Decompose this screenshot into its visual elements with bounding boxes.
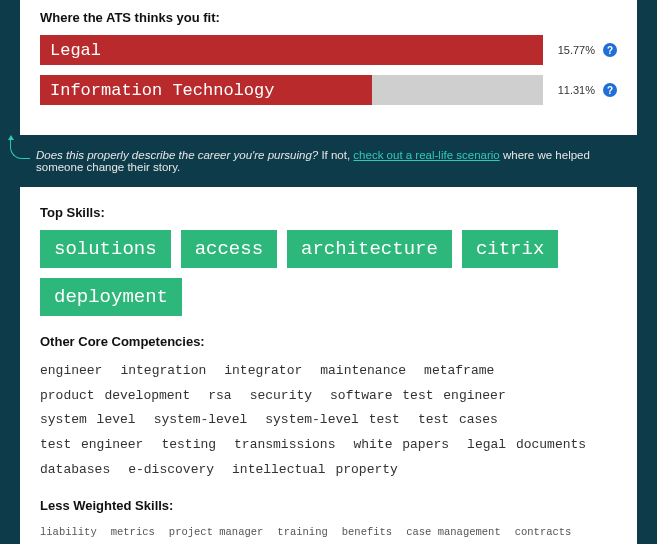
skill-tag: architecture [287,230,452,268]
core-item: transmissions [234,433,335,458]
skill-tag: citrix [462,230,558,268]
core-item: intellectual property [232,458,398,483]
skill-tag: deployment [40,278,182,316]
help-icon[interactable]: ? [603,83,617,97]
core-item: integrator [224,359,302,384]
skill-tag: access [181,230,277,268]
core-item: maintenance [320,359,406,384]
bar-track: Information Technology [40,75,543,105]
skill-tag: solutions [40,230,171,268]
less-item: training [277,523,327,543]
core-item: integration [120,359,206,384]
callout-mid: If not, [318,149,353,161]
bar-percent: 11.31% [543,84,599,96]
skills-card: Top Skills: solutionsaccessarchitecturec… [20,187,637,544]
core-item: security [250,384,312,409]
bar-percent: 15.77% [543,44,599,56]
core-item: engineer [40,359,102,384]
bar-track: Legal [40,35,543,65]
core-item: white papers [353,433,449,458]
core-heading: Other Core Competencies: [40,334,617,349]
core-item: rsa [208,384,231,409]
core-item: system-level [154,408,248,433]
less-item: liability [40,523,97,543]
core-item: metaframe [424,359,494,384]
less-item: contracts [515,523,572,543]
bar-row: Legal15.77%? [40,35,617,65]
bar-fill: Information Technology [40,75,372,105]
top-skills-heading: Top Skills: [40,205,617,220]
less-item: case management [406,523,501,543]
bar-row: Information Technology11.31%? [40,75,617,105]
core-item: test engineer [40,433,143,458]
less-item: project manager [169,523,264,543]
less-list: liabilitymetricsproject managertrainingb… [40,523,617,544]
core-list: engineerintegrationintegratormaintenance… [40,359,617,482]
callout-link[interactable]: check out a real-life scenario [353,149,499,161]
less-item: metrics [111,523,155,543]
core-item: system-level test [265,408,400,433]
core-item: testing [161,433,216,458]
core-item: software test engineer [330,384,506,409]
core-item: e-discovery [128,458,214,483]
core-item: test cases [418,408,498,433]
ats-heading: Where the ATS thinks you fit: [40,10,617,25]
top-skills-list: solutionsaccessarchitecturecitrixdeploym… [40,230,617,316]
core-item: databases [40,458,110,483]
less-item: benefits [342,523,392,543]
core-item: system level [40,408,136,433]
help-icon[interactable]: ? [603,43,617,57]
core-item: product development [40,384,190,409]
core-item: legal documents [467,433,586,458]
arrow-icon [10,139,30,159]
bar-fill: Legal [40,35,543,65]
callout-question: Does this properly describe the career y… [36,149,318,161]
callout-banner: Does this properly describe the career y… [0,135,657,187]
ats-fit-card: Where the ATS thinks you fit: Legal15.77… [20,0,637,135]
less-heading: Less Weighted Skills: [40,498,617,513]
